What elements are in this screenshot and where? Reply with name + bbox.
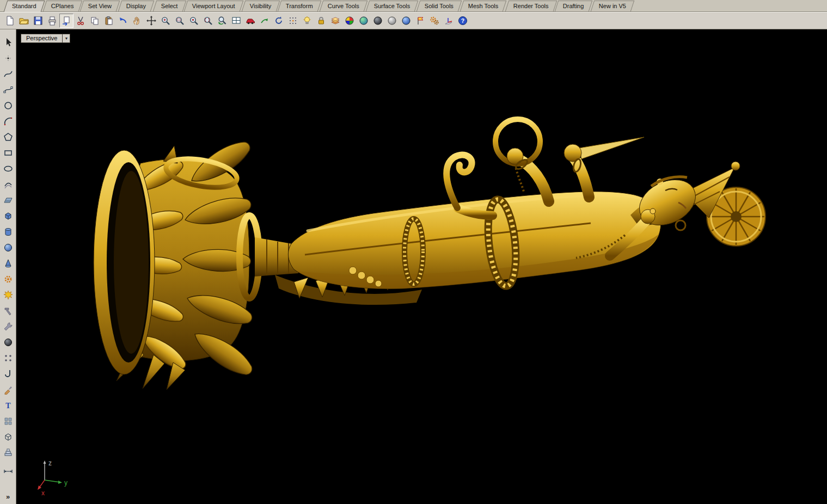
tab-cplanes[interactable]: CPlanes: [42, 1, 82, 11]
tab-label: Select: [161, 1, 177, 11]
toolbar-tab-bar: Standard CPlanes Set View Display Select…: [0, 0, 827, 12]
zoom-dynamic-icon[interactable]: [158, 14, 173, 28]
help-icon[interactable]: ?: [456, 14, 470, 28]
ellipse-icon[interactable]: [2, 162, 15, 175]
tab-curve-tools[interactable]: Curve Tools: [320, 1, 367, 11]
layers-icon[interactable]: [328, 14, 342, 28]
viewport-title-dropdown[interactable]: ▼: [63, 34, 70, 43]
axis-gizmo: z y x: [36, 458, 79, 497]
viewport-perspective[interactable]: Perspective ▼: [16, 29, 827, 504]
dark-sphere-icon[interactable]: [2, 336, 15, 349]
help-glyph: ?: [461, 17, 464, 24]
car-icon[interactable]: [243, 14, 258, 28]
cplane-axes-icon[interactable]: [442, 14, 456, 28]
lamp-icon[interactable]: [300, 14, 314, 28]
tab-standard[interactable]: Standard: [4, 1, 45, 12]
undo-view-icon[interactable]: [215, 14, 229, 28]
cylinder-icon[interactable]: [2, 225, 15, 238]
lock-icon[interactable]: [314, 14, 328, 28]
hammer-icon[interactable]: [2, 304, 15, 317]
pointer-icon[interactable]: [2, 36, 15, 49]
grid-squares-icon[interactable]: [2, 415, 15, 428]
side-toolbar: T »: [0, 29, 16, 504]
copy-icon[interactable]: [88, 14, 102, 28]
statue-base-group: [94, 136, 298, 390]
pan-hand-icon[interactable]: [130, 14, 144, 28]
burst-icon[interactable]: [2, 288, 15, 302]
dark-sphere-icon[interactable]: [371, 14, 385, 28]
tab-label: Solid Tools: [425, 1, 454, 11]
arrow-flip-icon[interactable]: [258, 14, 272, 28]
surface-icon[interactable]: [2, 194, 15, 207]
cube-outline-icon[interactable]: [2, 431, 15, 444]
rotate-view-icon[interactable]: [272, 14, 286, 28]
tab-mesh-tools[interactable]: Mesh Tools: [460, 1, 507, 11]
statue-render: [16, 29, 827, 504]
cone-icon[interactable]: [2, 257, 15, 270]
chevron-down-icon: ▼: [64, 36, 68, 40]
brush-icon[interactable]: [2, 383, 15, 396]
tab-surface-tools[interactable]: Surface Tools: [366, 1, 419, 11]
color-sphere-icon[interactable]: [342, 14, 357, 28]
zoom-window-icon[interactable]: [173, 14, 187, 28]
viewport-title-label[interactable]: Perspective: [21, 34, 63, 43]
globe-sphere-icon[interactable]: [357, 14, 371, 28]
offset-curves-icon[interactable]: [2, 178, 15, 191]
viewport-title: Perspective ▼: [21, 34, 70, 43]
move-icon[interactable]: [144, 14, 158, 28]
tab-set-view[interactable]: Set View: [80, 1, 120, 11]
new-file-icon[interactable]: [3, 14, 17, 28]
snap-grid-icon[interactable]: [286, 14, 300, 28]
curve-icon[interactable]: [2, 67, 15, 81]
point-icon[interactable]: [2, 52, 15, 65]
statue-body-group: [275, 119, 661, 305]
tab-label: Drafting: [563, 1, 584, 11]
tab-label: Display: [126, 1, 146, 11]
tab-drafting[interactable]: Drafting: [555, 1, 592, 11]
arc-icon[interactable]: [2, 115, 15, 128]
beads-icon[interactable]: [2, 352, 15, 365]
viewport-grid-icon[interactable]: [229, 14, 243, 28]
save-icon[interactable]: [31, 14, 45, 28]
blue-sphere-icon[interactable]: [399, 14, 413, 28]
zoom-extents-icon[interactable]: [201, 14, 215, 28]
tab-viewport-layout[interactable]: Viewport Layout: [184, 1, 243, 11]
text-tool-icon[interactable]: T: [2, 399, 15, 412]
zoom-selected-icon[interactable]: [187, 14, 201, 28]
tab-label: New in V5: [599, 1, 626, 11]
tab-select[interactable]: Select: [152, 1, 186, 11]
polygon-icon[interactable]: [2, 131, 15, 144]
tab-visibility[interactable]: Visibility: [242, 1, 280, 11]
print-icon[interactable]: [45, 14, 59, 28]
rectangle-icon[interactable]: [2, 146, 15, 159]
tab-solid-tools[interactable]: Solid Tools: [416, 1, 462, 11]
box-icon[interactable]: [2, 210, 15, 223]
open-file-icon[interactable]: [17, 14, 31, 28]
hook-icon[interactable]: [2, 367, 15, 380]
flag-icon[interactable]: [413, 14, 427, 28]
tab-display[interactable]: Display: [118, 1, 155, 11]
sidebar-overflow-chevron[interactable]: »: [6, 493, 10, 501]
undo-icon[interactable]: [116, 14, 130, 28]
tab-label: Curve Tools: [328, 1, 359, 11]
stack-icon[interactable]: [2, 446, 15, 459]
gears-icon[interactable]: [427, 14, 442, 28]
tab-render-tools[interactable]: Render Tools: [505, 1, 557, 11]
copy-to-clipboard-icon[interactable]: [59, 14, 73, 28]
tab-label: Standard: [12, 1, 36, 11]
paste-icon[interactable]: [102, 14, 116, 28]
wrench-icon[interactable]: [2, 320, 15, 333]
control-point-curve-icon[interactable]: [2, 83, 15, 96]
tab-label: CPlanes: [51, 1, 73, 11]
tab-label: Viewport Layout: [192, 1, 235, 11]
cut-icon[interactable]: [73, 14, 88, 28]
tab-new-in-v5[interactable]: New in V5: [591, 1, 635, 11]
dimension-icon[interactable]: [2, 462, 15, 475]
axis-y-label: y: [64, 479, 68, 487]
sphere-icon[interactable]: [2, 241, 15, 254]
gear-icon[interactable]: [2, 273, 15, 286]
tab-transform[interactable]: Transform: [278, 1, 321, 11]
text-tool-glyph: T: [5, 402, 11, 410]
gray-sphere-icon[interactable]: [385, 14, 399, 28]
circle-icon[interactable]: [2, 99, 15, 112]
